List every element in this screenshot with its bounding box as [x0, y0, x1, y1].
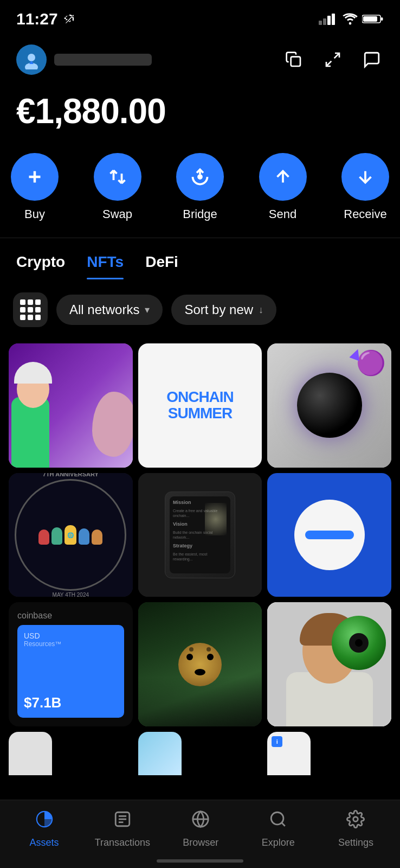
expand-icon[interactable]	[321, 48, 345, 72]
nft-item-blue-circle[interactable]	[267, 473, 391, 597]
nav-transactions[interactable]: Transactions	[95, 810, 150, 848]
svg-point-27	[353, 817, 358, 822]
action-buttons: Buy Swap Bridge Send	[0, 148, 400, 238]
nft-item-leopard[interactable]	[138, 602, 262, 726]
balance-section: €1,880.00	[0, 80, 400, 148]
svg-rect-3	[332, 14, 335, 25]
settings-icon	[346, 810, 365, 833]
status-bar: 11:27	[0, 0, 400, 34]
header	[0, 34, 400, 80]
transactions-icon	[113, 810, 132, 833]
grid-toggle-button[interactable]	[13, 292, 48, 327]
svg-point-8	[28, 54, 35, 61]
nft-grid-partial: i	[0, 732, 400, 781]
nav-browser[interactable]: Browser	[173, 810, 228, 848]
coinbase-resources: Resources™	[24, 640, 118, 648]
nav-settings-label: Settings	[338, 837, 373, 848]
nft-grid: ONCHAIN SUMMER 🟣 7TH ANNIVERSARY MAY 4TH…	[0, 338, 400, 732]
nav-assets[interactable]: Assets	[17, 810, 72, 848]
svg-rect-1	[323, 18, 326, 25]
bridge-label: Bridge	[183, 207, 217, 221]
signal-icon	[319, 13, 338, 25]
svg-line-26	[282, 823, 285, 826]
svg-line-12	[334, 53, 339, 58]
buy-label: Buy	[24, 207, 45, 221]
nft-6-circle-inner	[294, 500, 365, 570]
send-button[interactable]: Send	[259, 153, 307, 221]
coinbase-amount: $7.1B	[24, 694, 118, 711]
svg-rect-11	[291, 57, 300, 66]
sort-filter[interactable]: Sort by new ↓	[171, 295, 276, 325]
tab-crypto[interactable]: Crypto	[16, 253, 65, 279]
sort-icon: ↓	[259, 304, 263, 316]
network-filter[interactable]: All networks ▾	[56, 295, 163, 325]
avatar-area[interactable]	[16, 44, 152, 75]
nav-browser-label: Browser	[183, 837, 218, 848]
nft-item-ear-art[interactable]	[9, 343, 133, 468]
explore-icon	[269, 810, 287, 833]
swap-button[interactable]: Swap	[94, 153, 141, 221]
browser-icon	[191, 810, 210, 833]
receive-icon	[341, 153, 389, 201]
nft-6-dash	[305, 531, 354, 539]
tabs: Crypto NFTs DeFi	[0, 238, 400, 279]
coinbase-card: USD Resources™ $7.1B	[17, 625, 124, 718]
filter-bar: All networks ▾ Sort by new ↓	[0, 279, 400, 338]
svg-point-16	[198, 175, 202, 178]
bridge-icon	[176, 153, 224, 201]
svg-point-25	[272, 812, 284, 825]
svg-rect-5	[381, 17, 383, 21]
nav-transactions-label: Transactions	[95, 837, 150, 848]
time-display: 11:27	[16, 10, 58, 28]
onchain-summer-text: ONCHAIN SUMMER	[146, 389, 255, 423]
coinbase-label: coinbase	[17, 611, 124, 621]
buy-button[interactable]: Buy	[11, 153, 59, 221]
network-filter-label: All networks	[69, 302, 139, 317]
home-indicator	[157, 859, 243, 863]
buy-icon	[11, 153, 59, 201]
nft-item-partial-1[interactable]	[9, 732, 52, 775]
nft-item-ens[interactable]: 7TH ANNIVERSARY MAY 4TH 2024 🌐	[9, 473, 133, 597]
nft-item-coinbase[interactable]: coinbase USD Resources™ $7.1B	[9, 602, 133, 726]
tab-nfts[interactable]: NFTs	[87, 253, 124, 279]
nft-7-content: coinbase USD Resources™ $7.1B	[9, 602, 133, 726]
send-label: Send	[269, 207, 296, 221]
nft-item-green-mask[interactable]	[267, 602, 391, 726]
svg-line-13	[326, 61, 331, 66]
svg-rect-2	[327, 16, 331, 25]
header-icons	[282, 48, 384, 72]
battery-icon	[362, 13, 384, 25]
bridge-button[interactable]: Bridge	[176, 153, 224, 221]
receive-button[interactable]: Receive	[341, 153, 389, 221]
nav-explore[interactable]: Explore	[251, 810, 305, 848]
receive-label: Receive	[344, 207, 386, 221]
assets-icon	[35, 810, 54, 833]
tab-defi[interactable]: DeFi	[145, 253, 178, 279]
status-icons	[319, 13, 384, 25]
message-icon[interactable]	[360, 48, 384, 72]
grid-dots-icon	[20, 299, 41, 320]
avatar-icon	[22, 50, 41, 69]
status-time: 11:27	[16, 10, 75, 28]
nft-9-content	[267, 602, 391, 726]
chevron-down-icon: ▾	[145, 304, 150, 316]
username-blur	[54, 54, 152, 66]
mute-icon	[63, 13, 75, 25]
coinbase-usd: USD	[24, 631, 118, 640]
nft-item-partial-3[interactable]: i	[267, 732, 311, 775]
nft-item-document[interactable]: Mission Create a free and valuable oncha…	[138, 473, 262, 597]
balance-amount: €1,880.00	[16, 91, 384, 131]
copy-icon[interactable]	[282, 48, 306, 72]
sort-filter-label: Sort by new	[184, 302, 253, 317]
nft-item-onchain-summer[interactable]: ONCHAIN SUMMER	[138, 343, 262, 468]
send-icon	[259, 153, 307, 201]
swap-label: Swap	[102, 207, 132, 221]
nav-assets-label: Assets	[30, 837, 59, 848]
nft-item-partial-2[interactable]	[138, 732, 182, 775]
avatar[interactable]	[16, 44, 47, 75]
wifi-icon	[343, 13, 358, 25]
svg-rect-0	[319, 21, 322, 25]
swap-icon	[94, 153, 141, 201]
nft-item-dark-ball[interactable]: 🟣	[267, 343, 391, 468]
nav-settings[interactable]: Settings	[328, 810, 383, 848]
